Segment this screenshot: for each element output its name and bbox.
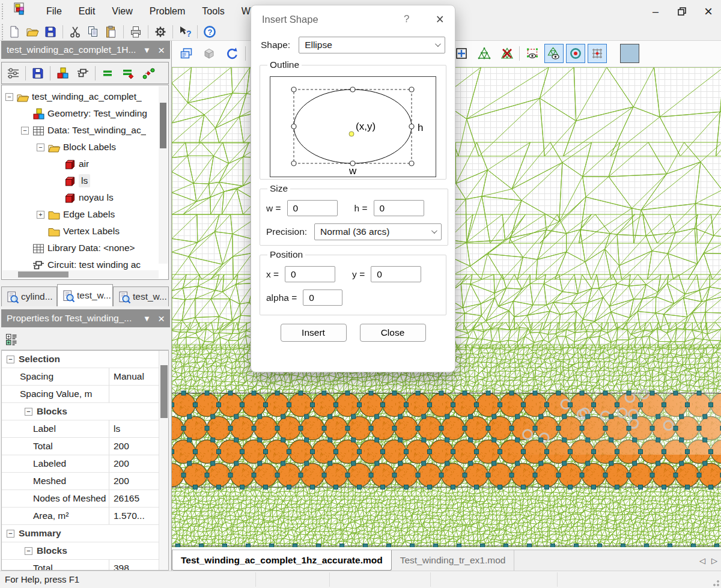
close-button[interactable]: Close	[360, 324, 426, 342]
resize-grip[interactable]	[711, 578, 719, 586]
equals-diamond-button[interactable]	[118, 64, 138, 82]
blocks-button[interactable]	[52, 64, 73, 82]
tree-horizontal-scrollbar[interactable]	[2, 270, 159, 279]
snap-target-button[interactable]	[566, 44, 585, 63]
tree-vertical-scrollbar[interactable]	[159, 86, 168, 264]
next-tab-icon[interactable]: ▷	[711, 556, 717, 565]
property-value[interactable]: 26165	[109, 490, 152, 507]
property-row[interactable]: SpacingManual	[2, 368, 168, 386]
close-button[interactable]: ×	[699, 3, 717, 20]
settings-button[interactable]	[151, 23, 169, 40]
scrollbar-thumb[interactable]	[18, 271, 68, 277]
show-mesh-button[interactable]	[544, 44, 564, 63]
menu-problem[interactable]: Problem	[141, 2, 194, 20]
help-button[interactable]: ?	[201, 23, 219, 40]
menu-view[interactable]: View	[103, 2, 141, 20]
property-group-row[interactable]: −Blocks	[2, 403, 168, 420]
equals-button[interactable]	[97, 64, 118, 82]
collapse-box-icon[interactable]: −	[7, 530, 14, 538]
panel-tab[interactable]: test_w...	[57, 284, 113, 306]
property-row[interactable]: Labeled200	[2, 455, 168, 473]
tree-item[interactable]: ls	[2, 172, 168, 189]
tree-item[interactable]: −Data: Test_winding_ac_	[2, 122, 168, 139]
categorize-button[interactable]	[1, 330, 22, 348]
collapse-box-icon[interactable]: −	[21, 127, 29, 135]
open-file-button[interactable]	[23, 23, 41, 40]
property-row[interactable]: Labells	[2, 420, 168, 438]
mesh-delete-button[interactable]	[497, 44, 517, 63]
prev-tab-icon[interactable]: ◁	[699, 556, 705, 565]
nodes-button[interactable]	[138, 64, 159, 82]
cube-button[interactable]	[199, 44, 219, 63]
property-row[interactable]: Total200	[2, 438, 168, 455]
scrollbar-thumb[interactable]	[160, 103, 166, 148]
x-input[interactable]	[285, 266, 335, 282]
save-file-button[interactable]	[28, 64, 48, 82]
property-row[interactable]: Area, m²1.570...	[2, 508, 168, 525]
property-value[interactable]: Manual	[109, 368, 152, 385]
collapse-box-icon[interactable]: −	[25, 547, 32, 555]
panel-close-icon[interactable]: ×	[158, 44, 165, 56]
property-value[interactable]: ls	[109, 420, 152, 437]
document-tab[interactable]: Test_winding_tr_ex1.mod	[392, 550, 515, 571]
tree-item[interactable]: Vertex Labels	[2, 223, 168, 240]
show-selection-button[interactable]	[523, 44, 542, 63]
menu-file[interactable]: File	[38, 2, 70, 20]
tree-item[interactable]: −test_winding_ac_complet_	[2, 88, 168, 105]
panel-close-icon[interactable]: ×	[158, 313, 165, 324]
restore-button[interactable]	[673, 3, 691, 20]
property-row[interactable]: Nodes of Meshed26165	[2, 490, 168, 508]
dialog-help-button[interactable]: ?	[404, 13, 409, 25]
scrollbar-thumb[interactable]	[160, 365, 168, 418]
y-input[interactable]	[371, 266, 421, 282]
property-value[interactable]: 200	[109, 473, 152, 489]
mesh-button[interactable]	[475, 44, 494, 63]
property-value[interactable]	[109, 386, 152, 402]
save-file-button[interactable]	[41, 23, 59, 40]
paste-button[interactable]	[102, 23, 120, 40]
tree-item[interactable]: Geometry: Test_winding	[2, 105, 168, 122]
alpha-input[interactable]	[303, 289, 342, 306]
precision-select[interactable]: Normal (36 arcs)	[314, 223, 442, 240]
undo-button[interactable]	[222, 44, 242, 63]
minimize-button[interactable]: –	[646, 3, 665, 20]
panel-collapse-icon[interactable]: ▼	[143, 46, 151, 55]
windows-button[interactable]	[177, 44, 196, 63]
new-file-button[interactable]	[5, 23, 23, 40]
shape-select[interactable]: Ellipse	[299, 37, 445, 53]
copy-button[interactable]	[84, 23, 102, 40]
cut-button[interactable]	[66, 23, 84, 40]
snap-grid-button[interactable]	[588, 44, 607, 63]
context-help-button[interactable]: ?	[176, 23, 194, 40]
panel-collapse-icon[interactable]: ▼	[143, 314, 151, 323]
tree-item[interactable]: −Block Labels	[2, 139, 168, 156]
color-swatch[interactable]	[620, 44, 639, 63]
panel-tab[interactable]: cylind...	[1, 286, 57, 306]
properties-vertical-scrollbar[interactable]	[159, 351, 168, 570]
property-group-row[interactable]: −Selection	[2, 351, 168, 368]
collapse-box-icon[interactable]: −	[5, 93, 13, 101]
tree-item[interactable]: Library Data: <none>	[2, 240, 168, 256]
property-row[interactable]: Meshed200	[2, 473, 168, 490]
tree-item[interactable]: air	[2, 156, 168, 172]
print-button[interactable]	[127, 23, 145, 40]
menu-tools[interactable]: Tools	[193, 2, 233, 20]
width-input[interactable]	[287, 200, 338, 216]
menu-edit[interactable]: Edit	[70, 2, 104, 20]
property-value[interactable]: 398	[109, 560, 152, 571]
collapse-box-icon[interactable]: −	[37, 144, 44, 151]
dialog-close-button[interactable]: ×	[436, 13, 444, 26]
height-input[interactable]	[374, 200, 424, 216]
tree-item[interactable]: +Edge Labels	[2, 206, 168, 223]
collapse-box-icon[interactable]: −	[7, 356, 14, 363]
property-value[interactable]: 200	[109, 438, 152, 455]
property-value[interactable]: 1.570...	[109, 508, 152, 524]
property-row[interactable]: Spacing Value, m	[2, 386, 168, 403]
collapse-box-icon[interactable]: −	[25, 408, 32, 416]
property-group-row[interactable]: −Summary	[2, 525, 168, 542]
resize-handles[interactable]	[291, 87, 414, 166]
tree-item[interactable]: noyau ls	[2, 189, 168, 206]
expand-box-icon[interactable]: +	[37, 211, 44, 219]
insert-button[interactable]: Insert	[281, 324, 347, 342]
panel-tab[interactable]: test_w...	[113, 286, 169, 306]
